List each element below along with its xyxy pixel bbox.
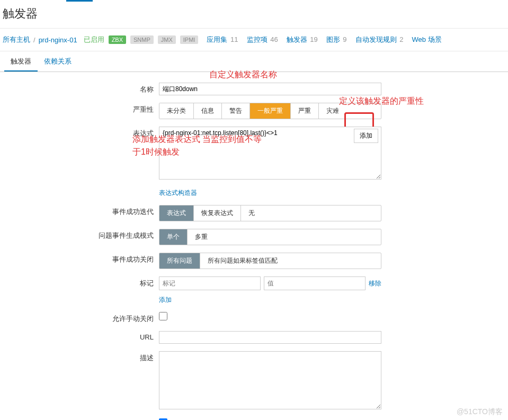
severity-warning[interactable]: 警告 xyxy=(222,103,250,119)
expression-textarea[interactable]: {prd-nginx-01:net.tcp.listen[80].last()}… xyxy=(159,127,381,180)
severity-unclassified[interactable]: 未分类 xyxy=(159,103,194,119)
problem-gen-multiple[interactable]: 多重 xyxy=(188,229,215,245)
tab-trigger[interactable]: 触发器 xyxy=(4,52,38,72)
severity-average[interactable]: 一般严重 xyxy=(250,103,291,119)
watermark: @51CTO博客 xyxy=(457,407,503,417)
severity-group: 未分类 信息 警告 一般严重 严重 灾难 xyxy=(159,103,381,119)
event-ok-close-all[interactable]: 所有问题 xyxy=(159,253,200,269)
breadcrumb: 所有主机 / prd-nginx-01 已启用 ZBX SNMP JMX IPM… xyxy=(0,29,508,51)
tabs: 触发器 依赖关系 xyxy=(0,52,508,72)
event-ok-close-tag[interactable]: 所有问题如果标签值匹配 xyxy=(200,253,285,269)
event-ok-iter-recovery[interactable]: 恢复表达式 xyxy=(194,205,241,221)
badge-jmx: JMX xyxy=(158,35,176,44)
nav-web[interactable]: Web 场景 xyxy=(412,35,441,44)
manual-close-checkbox[interactable] xyxy=(159,312,167,320)
severity-info[interactable]: 信息 xyxy=(194,103,222,119)
severity-high[interactable]: 严重 xyxy=(291,103,319,119)
add-expression-button[interactable]: 添加 xyxy=(354,129,378,143)
nav-graphs[interactable]: 图形 9 xyxy=(326,35,347,44)
nav-discovery[interactable]: 自动发现规则 2 xyxy=(355,35,404,44)
event-ok-iter-none[interactable]: 无 xyxy=(241,205,262,221)
nav-monitors[interactable]: 监控项 46 xyxy=(247,35,278,44)
event-ok-iter-group: 表达式 恢复表达式 无 xyxy=(159,205,381,221)
expression-builder-link[interactable]: 表达式构造器 xyxy=(159,189,197,196)
label-expression: 表达式 xyxy=(0,127,159,138)
tag-remove-link[interactable]: 移除 xyxy=(369,279,381,288)
name-input[interactable] xyxy=(159,83,381,95)
tag-add-link[interactable]: 添加 xyxy=(159,296,172,303)
event-ok-iter-expression[interactable]: 表达式 xyxy=(159,205,194,221)
label-name: 名称 xyxy=(0,83,159,94)
badge-zbx[interactable]: ZBX xyxy=(109,35,126,44)
status-enabled: 已启用 xyxy=(84,35,104,44)
url-input[interactable] xyxy=(159,331,381,344)
separator-icon: / xyxy=(33,36,35,44)
label-event-ok-iter: 事件成功迭代 xyxy=(0,205,159,217)
badge-ipmi: IPMI xyxy=(180,35,199,44)
label-event-ok-close: 事件成功关闭 xyxy=(0,253,159,264)
tab-dependencies[interactable]: 依赖关系 xyxy=(38,52,78,72)
nav-triggers[interactable]: 触发器 19 xyxy=(287,35,318,44)
label-severity: 严重性 xyxy=(0,103,159,114)
breadcrumb-all-hosts[interactable]: 所有主机 xyxy=(3,35,30,44)
label-url: URL xyxy=(0,331,159,341)
description-textarea[interactable] xyxy=(159,351,381,409)
severity-disaster[interactable]: 灾难 xyxy=(319,103,346,119)
label-tags: 标记 xyxy=(0,276,159,288)
label-problem-gen-mode: 问题事件生成模式 xyxy=(0,229,159,240)
page-title: 触发器 xyxy=(0,2,508,29)
nav-apps[interactable]: 应用集 11 xyxy=(207,35,238,44)
event-ok-close-group: 所有问题 所有问题如果标签值匹配 xyxy=(159,253,381,269)
label-manual-close: 允许手动关闭 xyxy=(0,312,159,324)
tag-name-input[interactable] xyxy=(159,276,261,290)
problem-gen-single[interactable]: 单个 xyxy=(159,229,188,245)
breadcrumb-host[interactable]: prd-nginx-01 xyxy=(39,36,77,44)
tag-value-input[interactable] xyxy=(264,276,366,290)
badge-snmp: SNMP xyxy=(130,35,154,44)
label-description: 描述 xyxy=(0,351,159,363)
problem-gen-group: 单个 多重 xyxy=(159,229,381,245)
